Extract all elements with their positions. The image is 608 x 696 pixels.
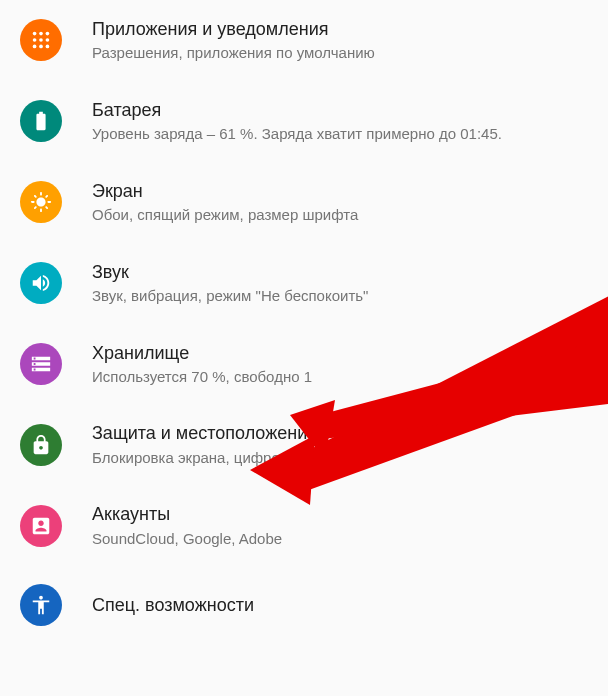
svg-point-3 [33, 39, 37, 43]
item-text: Хранилище Используется 70 %, свободно 1 [92, 342, 312, 387]
settings-item-sound[interactable]: Звук Звук, вибрация, режим "Не беспокоит… [0, 243, 608, 324]
apps-icon [20, 19, 62, 61]
item-subtitle: Используется 70 %, свободно 1 [92, 367, 312, 387]
item-text: Приложения и уведомления Разрешения, при… [92, 18, 375, 63]
svg-point-5 [46, 39, 50, 43]
item-subtitle: Разрешения, приложения по умолчанию [92, 43, 375, 63]
account-icon [20, 505, 62, 547]
item-text: Звук Звук, вибрация, режим "Не беспокоит… [92, 261, 368, 306]
item-title: Батарея [92, 99, 502, 122]
settings-item-storage[interactable]: Хранилище Используется 70 %, свободно 1 [0, 324, 608, 405]
item-subtitle: Обои, спящий режим, размер шрифта [92, 205, 358, 225]
display-icon [20, 181, 62, 223]
item-title: Аккаунты [92, 503, 282, 526]
item-title: Экран [92, 180, 358, 203]
svg-point-7 [39, 45, 43, 49]
item-text: Защита и местоположение Блокировка экран… [92, 422, 377, 467]
battery-icon [20, 100, 62, 142]
settings-item-accounts[interactable]: Аккаунты SoundCloud, Google, Adobe [0, 485, 608, 566]
sound-icon [20, 262, 62, 304]
settings-item-accessibility[interactable]: Спец. возможности [0, 566, 608, 644]
item-text: Батарея Уровень заряда – 61 %. Заряда хв… [92, 99, 502, 144]
accessibility-icon [20, 584, 62, 626]
item-text: Аккаунты SoundCloud, Google, Adobe [92, 503, 282, 548]
svg-point-1 [39, 32, 43, 36]
item-title: Приложения и уведомления [92, 18, 375, 41]
settings-item-security[interactable]: Защита и местоположение Блокировка экран… [0, 404, 608, 485]
storage-icon [20, 343, 62, 385]
settings-item-apps[interactable]: Приложения и уведомления Разрешения, при… [0, 0, 608, 81]
item-subtitle: Звук, вибрация, режим "Не беспокоить" [92, 286, 368, 306]
item-title: Защита и местоположение [92, 422, 377, 445]
item-subtitle: Уровень заряда – 61 %. Заряда хватит при… [92, 124, 502, 144]
lock-icon [20, 424, 62, 466]
item-text: Экран Обои, спящий режим, размер шрифта [92, 180, 358, 225]
svg-point-0 [33, 32, 37, 36]
settings-item-display[interactable]: Экран Обои, спящий режим, размер шрифта [0, 162, 608, 243]
settings-item-battery[interactable]: Батарея Уровень заряда – 61 %. Заряда хв… [0, 81, 608, 162]
item-title: Звук [92, 261, 368, 284]
settings-list: Приложения и уведомления Разрешения, при… [0, 0, 608, 644]
svg-point-2 [46, 32, 50, 36]
item-title: Спец. возможности [92, 594, 254, 617]
item-title: Хранилище [92, 342, 312, 365]
item-subtitle: Блокировка экрана, цифровой отпечаток [92, 448, 377, 468]
item-text: Спец. возможности [92, 594, 254, 617]
svg-point-8 [46, 45, 50, 49]
item-subtitle: SoundCloud, Google, Adobe [92, 529, 282, 549]
svg-point-6 [33, 45, 37, 49]
svg-point-4 [39, 39, 43, 43]
